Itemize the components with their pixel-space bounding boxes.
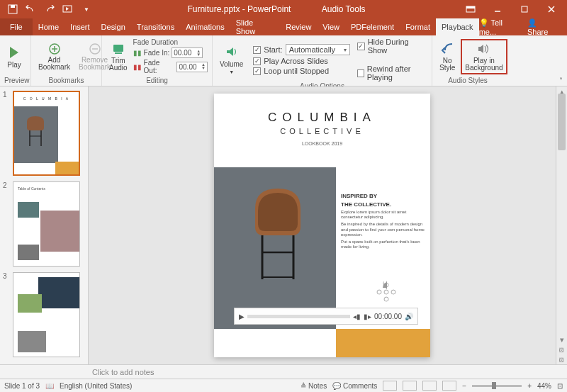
status-bar: Slide 1 of 3 📖 English (United States) ≜… <box>0 379 567 392</box>
language-label[interactable]: English (United States) <box>60 382 132 390</box>
audio-playback-bar[interactable]: ▶ ◂▮ ▮▸ 00:00.00 🔊 <box>234 308 418 325</box>
start-label: Start: <box>264 45 282 54</box>
tell-me[interactable]: 💡 Tell me... <box>479 18 522 36</box>
ribbon-options-icon[interactable] <box>458 0 483 18</box>
audio-object-icon[interactable] <box>372 278 400 306</box>
thumbnail-3[interactable]: 3 <box>3 272 85 357</box>
zoom-slider[interactable] <box>472 385 522 387</box>
loop-checkbox[interactable]: ✓ <box>253 67 261 75</box>
collapse-ribbon-icon[interactable]: ˄ <box>559 77 563 84</box>
svg-rect-4 <box>466 6 475 9</box>
tab-animations[interactable]: Animations <box>180 18 230 35</box>
svg-rect-6 <box>522 6 527 12</box>
play-across-label: Play Across Slides <box>264 57 327 65</box>
document-title: Furniture.pptx - PowerPoint <box>187 4 291 14</box>
audio-next-icon[interactable]: ▮▸ <box>364 313 371 320</box>
tab-playback[interactable]: Playback <box>436 18 479 35</box>
tab-home[interactable]: Home <box>33 18 64 35</box>
svg-point-21 <box>391 290 395 294</box>
svg-point-20 <box>384 290 388 294</box>
ribbon-tabs: File Home Insert Design Transitions Anim… <box>0 18 567 35</box>
minimize-button[interactable] <box>485 0 510 18</box>
slide-subtitle: COLLECTIVE <box>214 127 430 135</box>
maximize-button[interactable] <box>512 0 537 18</box>
slide-para-1: Explore lorem ipsum dolor sit amet conse… <box>341 210 425 220</box>
notes-toggle[interactable]: ≜ Notes <box>301 382 327 390</box>
rewind-label: Rewind after Playing <box>367 65 427 82</box>
notes-placeholder: Click to add notes <box>92 368 154 376</box>
context-tools-label: Audio Tools <box>322 4 366 14</box>
redo-icon[interactable] <box>41 1 58 17</box>
vertical-scrollbar[interactable]: ▴ ▾ ⦻ ⦻ <box>556 86 567 364</box>
fade-duration-label: Fade Duration <box>133 38 208 46</box>
play-across-checkbox[interactable]: ✓ <box>253 57 261 65</box>
share-button[interactable]: 👤 Share <box>527 18 560 36</box>
qat-dropdown-icon[interactable]: ▼ <box>78 1 95 17</box>
slide-title: COLUMBIA <box>214 94 430 125</box>
fit-to-window-icon[interactable]: ⊡ <box>557 382 563 390</box>
zoom-out-button[interactable]: − <box>462 382 466 390</box>
slide-para-3: Put a space built on perfection that's b… <box>341 240 425 250</box>
title-bar: ▼ Furniture.pptx - PowerPoint Audio Tool… <box>0 0 567 18</box>
tab-design[interactable]: Design <box>96 18 131 35</box>
normal-view-icon[interactable] <box>383 381 397 391</box>
audio-prev-icon[interactable]: ◂▮ <box>353 313 361 320</box>
play-button[interactable]: Play <box>4 44 24 70</box>
remove-bookmark-button: Remove Bookmark <box>76 41 113 72</box>
slideshow-view-icon[interactable] <box>442 381 456 391</box>
bookmarks-group-label: Bookmarks <box>35 77 97 84</box>
audio-styles-group-label: Audio Styles <box>437 77 499 84</box>
svg-rect-9 <box>113 45 123 52</box>
slide-canvas[interactable]: COLUMBIA COLLECTIVE LOOKBOOK 2019 INSPIR… <box>89 86 556 364</box>
tab-insert[interactable]: Insert <box>64 18 96 35</box>
tab-pdfelement[interactable]: PDFelement <box>345 18 400 35</box>
add-bookmark-button[interactable]: Add Bookmark <box>35 41 73 72</box>
start-dropdown[interactable]: Automatically▾ <box>286 44 350 55</box>
play-in-background-button[interactable]: Play in Background <box>461 39 507 74</box>
slide-counter[interactable]: Slide 1 of 3 <box>4 382 40 390</box>
notes-pane[interactable]: Click to add notes <box>0 364 567 379</box>
fade-in-icon: ▮▮ <box>133 49 142 57</box>
prev-slide-icon[interactable]: ⦻ <box>556 345 567 354</box>
audio-track[interactable] <box>247 315 350 318</box>
close-button[interactable] <box>539 0 564 18</box>
undo-icon[interactable] <box>23 1 40 17</box>
tab-view[interactable]: View <box>317 18 345 35</box>
audio-time: 00:00.00 <box>374 313 402 320</box>
tab-transitions[interactable]: Transitions <box>131 18 180 35</box>
svg-rect-10 <box>115 52 122 54</box>
spell-check-icon[interactable]: 📖 <box>45 382 54 390</box>
svg-point-22 <box>384 297 388 301</box>
tab-format[interactable]: Format <box>400 18 436 35</box>
hide-during-checkbox[interactable]: ✓ <box>357 43 365 50</box>
start-checkbox[interactable]: ✓ <box>253 46 261 54</box>
fade-in-label: Fade In: <box>144 49 170 57</box>
zoom-level[interactable]: 44% <box>537 382 551 390</box>
fade-in-input[interactable]: 00.00▲▼ <box>172 47 203 58</box>
thumbnail-1[interactable]: 1 C O L U M B I A <box>3 91 85 176</box>
sorter-view-icon[interactable] <box>403 381 417 391</box>
save-icon[interactable] <box>4 1 21 17</box>
comments-toggle[interactable]: 💬 Comments <box>332 382 377 390</box>
start-from-beginning-icon[interactable] <box>60 1 77 17</box>
svg-point-19 <box>377 290 381 294</box>
next-slide-icon[interactable]: ⦻ <box>556 354 567 364</box>
no-style-button[interactable]: No Style <box>437 40 458 73</box>
loop-label: Loop until Stopped <box>264 67 329 75</box>
volume-button[interactable]: Volume▼ <box>217 43 246 76</box>
reading-view-icon[interactable] <box>422 381 437 391</box>
slide-lookbook: LOOKBOOK 2019 <box>214 141 430 146</box>
thumbnail-2[interactable]: 2 Table of Contents <box>3 181 85 267</box>
tab-slideshow[interactable]: Slide Show <box>230 18 281 35</box>
fade-out-input[interactable]: 00.00▲▼ <box>176 62 208 72</box>
zoom-in-button[interactable]: + <box>527 382 532 390</box>
scroll-thumb[interactable] <box>558 94 566 150</box>
audio-play-icon[interactable]: ▶ <box>239 313 245 320</box>
fade-out-icon: ▮▮ <box>133 63 142 71</box>
tab-file[interactable]: File <box>0 18 33 35</box>
audio-volume-icon[interactable]: 🔊 <box>405 313 413 320</box>
tab-review[interactable]: Review <box>280 18 317 35</box>
rewind-checkbox[interactable] <box>357 69 364 77</box>
slide-para-2: Be inspired by the details of modern des… <box>341 222 425 237</box>
scroll-down-icon[interactable]: ▾ <box>556 335 567 345</box>
